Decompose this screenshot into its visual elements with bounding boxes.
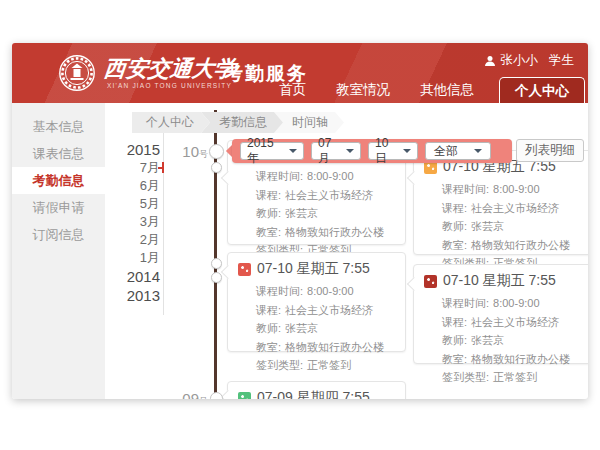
year-label[interactable]: 2015 (110, 140, 160, 159)
year-label[interactable]: 2013 (110, 286, 160, 305)
timeline-dot (211, 258, 222, 269)
chevron-down-icon (403, 149, 411, 157)
breadcrumb-attendance-info[interactable]: 考勤信息 (201, 112, 283, 133)
user-name: 张小小 (501, 52, 539, 69)
month-label[interactable]: 6月 (110, 177, 160, 195)
year-month-list: 2015 7月 6月 5月 3月 2月 1月 2014 2013 (110, 140, 160, 305)
person-icon (484, 55, 496, 67)
nav-personal-center[interactable]: 个人中心 (499, 77, 585, 103)
university-name-en: XI'AN JIAO TONG UNIVERSITY (107, 82, 232, 89)
university-name-cn: 西安交通大学 (102, 54, 237, 84)
card-title: 07-10 星期五 7:55 (257, 260, 370, 278)
sidebar: 基本信息 课表信息 考勤信息 请假申请 订阅信息 (12, 103, 105, 399)
nav-home[interactable]: 首页 (279, 76, 306, 103)
university-logo-icon (58, 54, 96, 92)
filter-bar: 2015年 07月 10日 全部 (232, 139, 512, 163)
page-background: 西安交通大学 XI'AN JIAO TONG UNIVERSITY 考勤服务 张… (0, 0, 600, 450)
app-window: 西安交通大学 XI'AN JIAO TONG UNIVERSITY 考勤服务 张… (12, 43, 588, 399)
nav-other-info[interactable]: 其他信息 (420, 76, 474, 103)
sidebar-item-schedule-info[interactable]: 课表信息 (12, 140, 105, 167)
month-label[interactable]: 7月 (110, 159, 160, 177)
timeline-dot (211, 272, 222, 283)
sidebar-item-basic-info[interactable]: 基本信息 (12, 113, 105, 140)
nav-classrooms[interactable]: 教室情况 (336, 76, 390, 103)
main-nav: 首页 教室情况 其他信息 个人中心 (264, 76, 586, 103)
chevron-down-icon (346, 149, 354, 157)
month-label[interactable]: 2月 (110, 231, 160, 249)
day-label-10: 10号 (162, 143, 208, 161)
month-label[interactable]: 1月 (110, 249, 160, 267)
day-label-09: 09号 (162, 390, 208, 399)
chevron-down-icon (474, 149, 482, 157)
year-select[interactable]: 2015年 (240, 142, 304, 160)
app-header: 西安交通大学 XI'AN JIAO TONG UNIVERSITY 考勤服务 张… (12, 43, 588, 103)
timeline-dot (209, 144, 224, 159)
breadcrumb: 个人中心 考勤信息 时间轴 (132, 112, 344, 133)
card-title: 07-09 星期四 7:55 (257, 389, 370, 399)
sidebar-item-leave-request[interactable]: 请假申请 (12, 194, 105, 221)
timeline-dot (211, 162, 222, 173)
month-label[interactable]: 3月 (110, 213, 160, 231)
breadcrumb-timeline[interactable]: 时间轴 (274, 112, 344, 133)
chevron-down-icon (289, 149, 297, 157)
year-label[interactable]: 2014 (110, 267, 160, 286)
card-title: 07-10 星期五 7:55 (443, 272, 556, 290)
status-stamp-icon (424, 275, 437, 288)
day-select[interactable]: 10日 (368, 142, 418, 160)
attendance-card[interactable]: 07-10 星期五 7:55 课程时间:8:00-9:00 课程:社会主义市场经… (413, 150, 588, 255)
user-info[interactable]: 张小小 学生 (484, 52, 575, 69)
sidebar-item-attendance-info[interactable]: 考勤信息 (12, 167, 105, 194)
month-label[interactable]: 5月 (110, 195, 160, 213)
timeline-dot (210, 392, 223, 399)
current-month-marker (158, 167, 163, 169)
type-select[interactable]: 全部 (425, 142, 491, 160)
breadcrumb-personal-center[interactable]: 个人中心 (132, 112, 210, 133)
status-stamp-icon (238, 263, 251, 276)
status-stamp-icon (238, 392, 251, 400)
sidebar-item-subscription-info[interactable]: 订阅信息 (12, 221, 105, 248)
user-role: 学生 (549, 52, 574, 69)
month-select[interactable]: 07月 (311, 142, 361, 160)
attendance-card[interactable]: 07-09 星期四 7:55 (227, 381, 406, 399)
attendance-card[interactable]: 07-10 星期五 7:55 课程时间:8:00-9:00 课程:社会主义市场经… (413, 264, 588, 364)
attendance-card[interactable]: 07-10 星期五 7:55 课程时间:8:00-9:00 课程:社会主义市场经… (227, 252, 406, 352)
list-detail-button[interactable]: 列表明细 (516, 139, 584, 162)
